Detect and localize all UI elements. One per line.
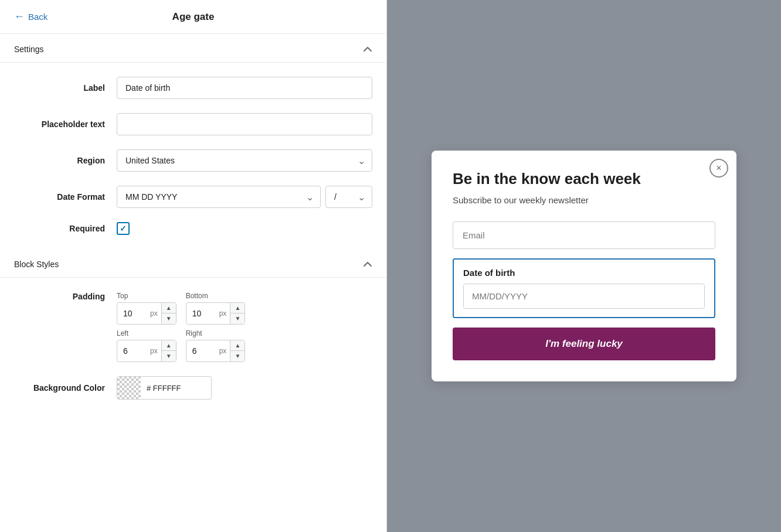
date-format-select[interactable]: MM DD YYYY DD MM YYYY YYYY MM DD (117, 186, 321, 208)
padding-left-right-row: Left px ▲ ▼ Right (117, 329, 372, 362)
padding-bottom-input[interactable] (186, 304, 216, 323)
date-format-inputs: MM DD YYYY DD MM YYYY YYYY MM DD ⌄ / - .… (117, 186, 372, 208)
padding-right-decrement[interactable]: ▼ (230, 351, 245, 362)
block-styles-section-header[interactable]: Block Styles (0, 249, 386, 277)
label-field-label: Label (14, 83, 117, 93)
required-checkbox-wrapper: ✓ (117, 222, 130, 235)
region-select-wrapper: United States United Kingdom Canada Aust… (117, 149, 372, 172)
padding-left-label: Left (117, 329, 176, 337)
padding-top-group: Top px ▲ ▼ (117, 292, 176, 325)
padding-right-input-row: px ▲ ▼ (186, 340, 246, 362)
padding-top-unit: px (147, 309, 161, 318)
padding-right-group: Right px ▲ ▼ (186, 329, 246, 362)
padding-field-label: Padding (14, 292, 117, 301)
padding-top-input[interactable] (117, 304, 147, 323)
padding-inputs: Top px ▲ ▼ Bottom (117, 292, 372, 362)
color-input-wrapper (117, 376, 212, 400)
back-button[interactable]: ← Back (14, 11, 47, 23)
placeholder-field-control (117, 113, 372, 135)
back-label: Back (28, 12, 47, 22)
padding-left-input-row: px ▲ ▼ (117, 340, 176, 362)
padding-bottom-increment[interactable]: ▲ (230, 303, 245, 313)
date-format-row: Date Format MM DD YYYY DD MM YYYY YYYY M… (0, 181, 386, 213)
background-color-row: Background Color (0, 371, 386, 404)
date-format-field-label: Date Format (14, 192, 117, 202)
padding-top-bottom-row: Top px ▲ ▼ Bottom (117, 292, 372, 325)
settings-section-title: Settings (14, 45, 44, 54)
padding-right-increment[interactable]: ▲ (230, 340, 245, 351)
label-row: Label (0, 72, 386, 104)
placeholder-input[interactable] (117, 113, 372, 135)
padding-bottom-group: Bottom px ▲ ▼ (186, 292, 246, 325)
back-arrow-icon: ← (14, 11, 25, 23)
block-styles-divider (0, 277, 386, 278)
placeholder-field-label: Placeholder text (14, 120, 117, 129)
settings-chevron-icon (363, 45, 372, 54)
settings-section-header[interactable]: Settings (0, 34, 386, 62)
block-styles-chevron-icon (363, 260, 372, 269)
required-row: Required ✓ (0, 217, 386, 240)
padding-right-unit: px (216, 347, 230, 355)
region-field-control: United States United Kingdom Canada Aust… (117, 149, 372, 172)
separator-select-wrapper: / - . ⌄ (325, 186, 372, 208)
background-color-label: Background Color (14, 383, 117, 393)
modal-close-button[interactable]: × (709, 159, 728, 178)
settings-divider (0, 62, 386, 63)
padding-top-label: Top (117, 292, 176, 300)
padding-bottom-decrement[interactable]: ▼ (230, 313, 245, 324)
preview-modal: × Be in the know each week Subscribe to … (432, 151, 736, 381)
padding-right-stepper: ▲ ▼ (230, 340, 245, 362)
required-field-label: Required (14, 224, 117, 233)
required-checkbox[interactable]: ✓ (117, 222, 130, 235)
date-format-field-control: MM DD YYYY DD MM YYYY YYYY MM DD ⌄ / - .… (117, 186, 372, 208)
padding-top-decrement[interactable]: ▼ (162, 313, 176, 324)
dob-block: Date of birth (453, 258, 715, 318)
modal-title: Be in the know each week (453, 169, 715, 189)
color-checker-swatch[interactable] (117, 376, 141, 400)
region-field-label: Region (14, 156, 117, 165)
left-panel: ← Back Age gate Settings Label Placehold… (0, 0, 387, 532)
dob-label: Date of birth (463, 268, 705, 278)
email-input[interactable] (453, 221, 715, 249)
region-row: Region United States United Kingdom Cana… (0, 145, 386, 176)
padding-right-label: Right (186, 329, 246, 337)
label-field-control (117, 77, 372, 99)
padding-bottom-stepper: ▲ ▼ (230, 303, 245, 324)
date-format-select-wrapper: MM DD YYYY DD MM YYYY YYYY MM DD ⌄ (117, 186, 321, 208)
padding-bottom-label: Bottom (186, 292, 246, 300)
padding-row: Padding Top px ▲ ▼ (0, 287, 386, 367)
page-title: Age gate (172, 11, 215, 23)
label-input[interactable] (117, 77, 372, 99)
padding-top-increment[interactable]: ▲ (162, 303, 176, 313)
padding-right-input[interactable] (186, 342, 216, 360)
padding-left-input[interactable] (117, 342, 147, 360)
block-styles-section: Block Styles Padding Top px (0, 249, 386, 409)
placeholder-row: Placeholder text (0, 108, 386, 140)
right-panel: × Be in the know each week Subscribe to … (387, 0, 781, 532)
header: ← Back Age gate (0, 0, 386, 34)
modal-subtitle: Subscribe to our weekly newsletter (453, 195, 715, 205)
padding-left-stepper: ▲ ▼ (161, 340, 176, 362)
padding-top-stepper: ▲ ▼ (161, 303, 176, 324)
checkmark-icon: ✓ (120, 224, 127, 233)
region-select[interactable]: United States United Kingdom Canada Aust… (117, 149, 372, 172)
padding-left-unit: px (147, 347, 161, 355)
dob-input[interactable] (463, 284, 705, 309)
padding-top-input-row: px ▲ ▼ (117, 302, 176, 325)
block-styles-section-title: Block Styles (14, 260, 59, 269)
padding-left-increment[interactable]: ▲ (162, 340, 176, 351)
separator-select[interactable]: / - . (325, 186, 372, 208)
padding-bottom-unit: px (216, 309, 230, 318)
color-text-input[interactable] (141, 379, 211, 397)
padding-bottom-input-row: px ▲ ▼ (186, 302, 246, 325)
close-icon: × (716, 163, 721, 173)
padding-left-decrement[interactable]: ▼ (162, 351, 176, 362)
submit-button[interactable]: I'm feeling lucky (453, 328, 715, 360)
padding-left-group: Left px ▲ ▼ (117, 329, 176, 362)
settings-section: Settings Label Placeholder text Region (0, 34, 386, 244)
